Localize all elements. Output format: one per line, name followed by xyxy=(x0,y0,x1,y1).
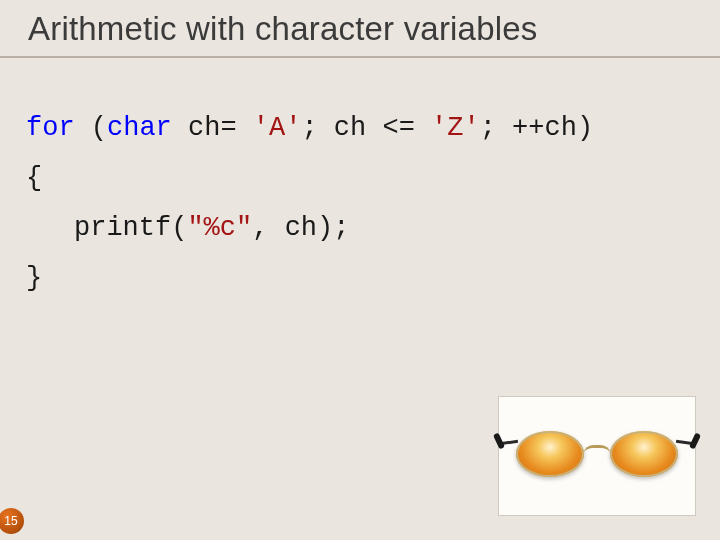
bridge xyxy=(584,445,610,456)
temple-tip-right xyxy=(689,432,701,449)
code-line-3: printf("%c", ch); xyxy=(26,204,694,254)
code-text: ; ch <= xyxy=(301,113,431,143)
slide-title: Arithmetic with character variables xyxy=(28,10,720,48)
code-line-4: } xyxy=(26,254,694,304)
code-text: ; ++ch) xyxy=(480,113,593,143)
decorative-image xyxy=(498,396,696,516)
code-line-1: for (char ch= 'A'; ch <= 'Z'; ++ch) xyxy=(26,104,694,154)
char-literal-A: 'A' xyxy=(253,113,302,143)
keyword-for: for xyxy=(26,113,75,143)
code-text: printf( xyxy=(74,213,187,243)
keyword-char: char xyxy=(107,113,172,143)
code-block: for (char ch= 'A'; ch <= 'Z'; ++ch) { pr… xyxy=(0,58,720,304)
sunglasses-icon xyxy=(512,421,682,491)
string-literal-fmt: "%c" xyxy=(187,213,252,243)
slide-title-wrap: Arithmetic with character variables xyxy=(0,0,720,58)
lens-right xyxy=(610,431,678,477)
page-number-badge: 15 xyxy=(0,508,24,534)
lens-left xyxy=(516,431,584,477)
char-literal-Z: 'Z' xyxy=(431,113,480,143)
code-text: ( xyxy=(75,113,107,143)
code-line-2: { xyxy=(26,154,694,204)
code-text: ch= xyxy=(172,113,253,143)
code-text: , ch); xyxy=(252,213,349,243)
